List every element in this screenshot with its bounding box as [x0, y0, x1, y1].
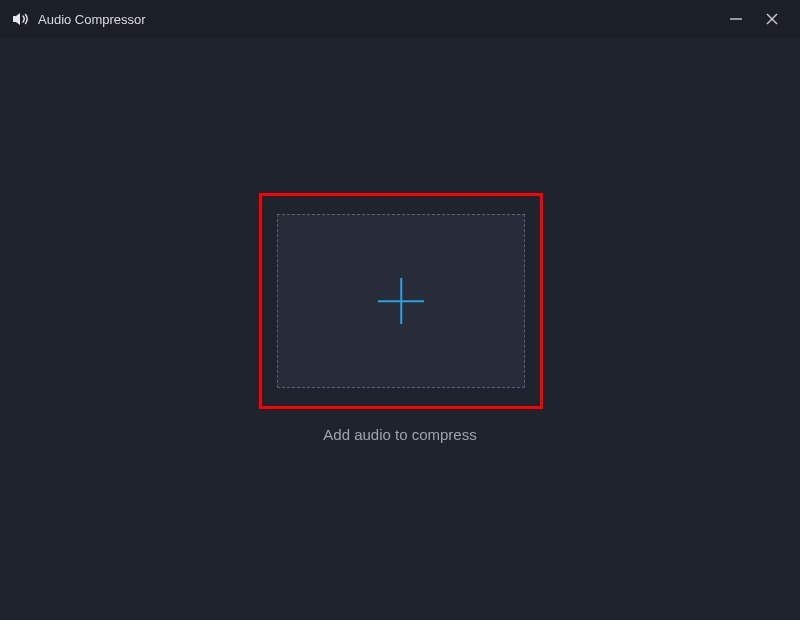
app-title: Audio Compressor — [38, 12, 146, 27]
svg-rect-0 — [13, 16, 16, 22]
close-icon — [765, 12, 779, 26]
minimize-button[interactable] — [718, 4, 754, 34]
plus-icon — [378, 278, 424, 324]
titlebar: Audio Compressor — [0, 0, 800, 38]
annotation-highlight — [259, 193, 543, 409]
add-audio-dropzone[interactable] — [277, 214, 525, 388]
minimize-icon — [729, 12, 743, 26]
audio-compressor-icon — [12, 11, 30, 27]
dropzone-hint-text: Add audio to compress — [0, 426, 800, 443]
close-button[interactable] — [754, 4, 790, 34]
main-content: Add audio to compress — [0, 38, 800, 620]
